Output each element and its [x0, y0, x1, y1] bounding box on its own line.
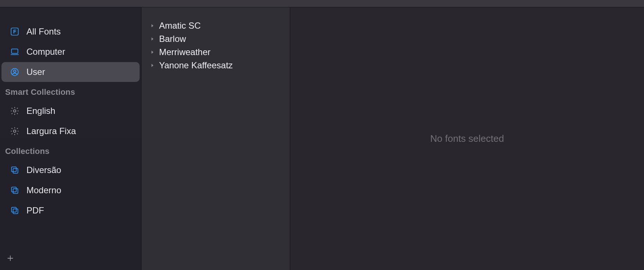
font-list: Amatic SC Barlow Merriweather Yanone Kaf… — [141, 7, 290, 270]
font-row[interactable]: Merriweather — [141, 46, 290, 59]
chevron-right-icon[interactable] — [150, 62, 155, 68]
svg-text:F: F — [13, 29, 17, 35]
svg-point-6 — [14, 130, 16, 133]
svg-point-5 — [14, 110, 16, 112]
font-row[interactable]: Yanone Kaffeesatz — [141, 59, 290, 72]
sidebar-collections-header: Collections — [0, 141, 141, 160]
sidebar-item-label: English — [26, 106, 134, 116]
collection-icon — [10, 165, 20, 175]
sidebar-item-diversao[interactable]: Diversão — [1, 160, 140, 180]
sidebar-smart-header: Smart Collections — [0, 82, 141, 101]
sidebar-item-largura-fixa[interactable]: Largura Fixa — [1, 121, 140, 141]
font-name: Barlow — [159, 34, 290, 44]
font-name: Yanone Kaffeesatz — [159, 60, 290, 71]
sidebar-footer — [0, 249, 141, 270]
collection-icon — [10, 205, 20, 216]
sidebar: F All Fonts Computer — [0, 7, 141, 270]
sidebar-item-english[interactable]: English — [1, 101, 140, 121]
preview-pane: No fonts selected — [290, 7, 644, 270]
chevron-right-icon[interactable] — [150, 23, 155, 29]
sidebar-item-label: User — [26, 67, 134, 77]
sidebar-item-label: All Fonts — [26, 26, 134, 37]
gear-icon — [10, 126, 20, 136]
preview-placeholder: No fonts selected — [430, 133, 504, 144]
svg-rect-7 — [11, 167, 16, 172]
svg-rect-11 — [11, 207, 16, 212]
svg-rect-9 — [11, 187, 16, 192]
sidebar-item-user[interactable]: User — [1, 62, 140, 82]
svg-point-4 — [14, 70, 16, 73]
sidebar-item-label: Moderno — [26, 185, 134, 195]
chevron-right-icon[interactable] — [150, 36, 155, 42]
svg-rect-12 — [13, 209, 18, 214]
sidebar-item-label: Largura Fixa — [26, 126, 134, 136]
font-name: Amatic SC — [159, 21, 290, 31]
sidebar-item-moderno[interactable]: Moderno — [1, 180, 140, 200]
sidebar-item-all-fonts[interactable]: F All Fonts — [1, 22, 140, 42]
font-icon: F — [10, 26, 20, 37]
svg-rect-8 — [13, 169, 18, 173]
add-collection-button[interactable] — [5, 253, 15, 263]
sidebar-collections-section: Diversão Moderno PDF — [0, 160, 141, 221]
svg-rect-10 — [13, 189, 18, 194]
sidebar-item-label: Computer — [26, 47, 134, 57]
font-name: Merriweather — [159, 47, 290, 57]
svg-rect-2 — [11, 49, 18, 53]
main-area: F All Fonts Computer — [0, 7, 644, 270]
user-icon — [10, 67, 20, 77]
laptop-icon — [10, 47, 20, 57]
collection-icon — [10, 185, 20, 195]
sidebar-item-computer[interactable]: Computer — [1, 42, 140, 62]
font-row[interactable]: Amatic SC — [141, 19, 290, 32]
sidebar-smart-section: English Largura Fixa — [0, 101, 141, 141]
sidebar-item-label: PDF — [26, 205, 134, 216]
font-row[interactable]: Barlow — [141, 32, 290, 46]
sidebar-library-section: F All Fonts Computer — [0, 21, 141, 82]
gear-icon — [10, 106, 20, 116]
sidebar-item-label: Diversão — [26, 165, 134, 175]
chevron-right-icon[interactable] — [150, 49, 155, 55]
sidebar-item-pdf[interactable]: PDF — [1, 201, 140, 220]
toolbar — [0, 0, 644, 7]
